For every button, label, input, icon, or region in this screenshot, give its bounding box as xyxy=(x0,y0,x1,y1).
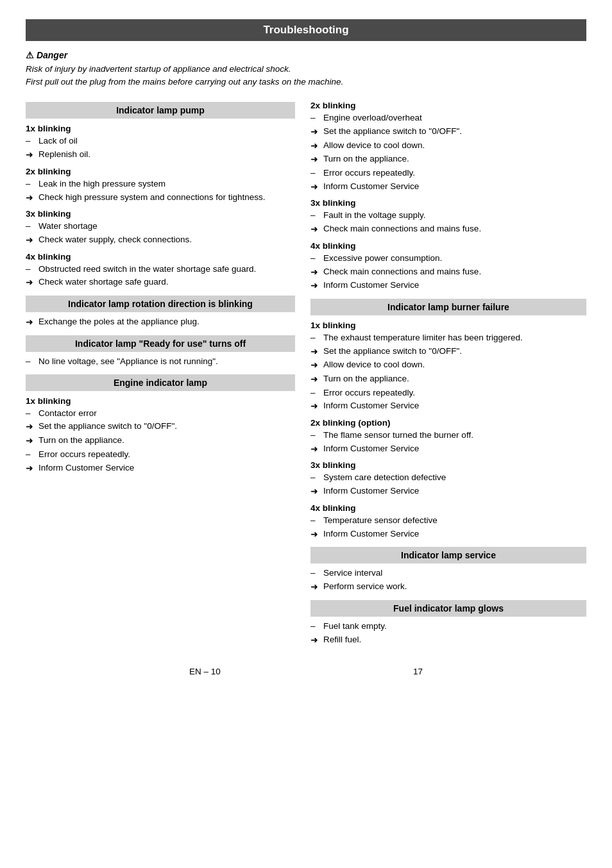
pump-3x-heading: 3x blinking xyxy=(26,209,295,219)
engine-4x-dash1: –Excessive power consumption. xyxy=(310,253,586,265)
engine-1x-arrow2: ➜Turn on the appliance. xyxy=(26,435,295,447)
pump-4x-arrow1: ➜Check water shortage safe guard. xyxy=(26,276,295,289)
engine-2x-dash1: –Engine overload/overheat xyxy=(310,112,586,124)
danger-heading: ⚠ Danger xyxy=(26,50,586,60)
burner-3x-arrow1: ➜Inform Customer Service xyxy=(310,485,586,498)
engine-4x-arrow1: ➜Check main connections and mains fuse. xyxy=(310,266,586,279)
engine-2x-arrow1: ➜Set the appliance switch to "0/OFF". xyxy=(310,126,586,138)
burner-1x-dash2: –Error occurs repeatedly. xyxy=(310,387,586,399)
burner-1x-dash1: –The exhaust temperature limiter has bee… xyxy=(310,332,586,344)
page-title: Troubleshooting xyxy=(26,19,586,41)
burner-1x-arrow3: ➜Turn on the appliance. xyxy=(310,373,586,386)
service-dash1: –Service interval xyxy=(310,567,586,580)
pump-1x-arrow1: ➜Replenish oil. xyxy=(26,149,295,162)
pump-header: Indicator lamp pump xyxy=(26,102,295,119)
engine-2x-heading: 2x blinking xyxy=(310,101,586,110)
burner-2x-arrow1: ➜Inform Customer Service xyxy=(310,443,586,456)
burner-3x-dash1: –System care detection defective xyxy=(310,472,586,484)
engine-2x-dash2: –Error occurs repeatedly. xyxy=(310,167,586,179)
pump-4x-dash1: –Obstructed reed switch in the water sho… xyxy=(26,263,295,276)
fuel-dash1: –Fuel tank empty. xyxy=(310,621,586,633)
footer-left: EN – 10 xyxy=(189,667,221,676)
pump-2x-arrow1: ➜Check high pressure system and connecti… xyxy=(26,192,295,204)
burner-4x-arrow1: ➜Inform Customer Service xyxy=(310,528,586,541)
burner-2x-heading: 2x blinking (option) xyxy=(310,418,586,428)
footer-right: 17 xyxy=(413,667,423,676)
engine-1x-dash1: –Contactor error xyxy=(26,408,295,420)
engine-4x-arrow2: ➜Inform Customer Service xyxy=(310,280,586,292)
burner-header: Indicator lamp burner failure xyxy=(310,299,586,315)
ready-dash1: –No line voltage, see "Appliance is not … xyxy=(26,356,295,368)
pump-2x-dash1: –Leak in the high pressure system xyxy=(26,178,295,190)
engine-3x-arrow1: ➜Check main connections and mains fuse. xyxy=(310,223,586,236)
pump-3x-dash1: –Water shortage xyxy=(26,221,295,233)
burner-2x-dash1: –The flame sensor turned the burner off. xyxy=(310,430,586,442)
pump-1x-dash1: –Lack of oil xyxy=(26,135,295,147)
rotation-arrow1: ➜Exchange the poles at the appliance plu… xyxy=(26,316,295,329)
pump-2x-heading: 2x blinking xyxy=(26,167,295,176)
burner-1x-arrow2: ➜Allow device to cool down. xyxy=(310,359,586,372)
danger-text1: Risk of injury by inadvertent startup of… xyxy=(26,63,586,76)
fuel-arrow1: ➜Refill fuel. xyxy=(310,634,586,647)
engine-1x-arrow1: ➜Set the appliance switch to "0/OFF". xyxy=(26,421,295,433)
engine-2x-arrow2: ➜Allow device to cool down. xyxy=(310,140,586,153)
engine-4x-heading: 4x blinking xyxy=(310,241,586,251)
rotation-header: Indicator lamp rotation direction is bli… xyxy=(26,296,295,312)
engine-3x-heading: 3x blinking xyxy=(310,198,586,208)
engine-2x-arrow4: ➜Inform Customer Service xyxy=(310,181,586,194)
danger-text2: First pull out the plug from the mains b… xyxy=(26,76,586,88)
burner-1x-arrow4: ➜Inform Customer Service xyxy=(310,400,586,413)
engine-1x-dash2: –Error occurs repeatedly. xyxy=(26,449,295,461)
engine-3x-dash1: –Fault in the voltage supply. xyxy=(310,210,586,222)
service-header: Indicator lamp service xyxy=(310,547,586,563)
burner-4x-dash1: –Temperature sensor defective xyxy=(310,515,586,527)
engine-header: Engine indicator lamp xyxy=(26,374,295,391)
engine-1x-heading: 1x blinking xyxy=(26,396,295,406)
burner-3x-heading: 3x blinking xyxy=(310,460,586,470)
fuel-header: Fuel indicator lamp glows xyxy=(310,600,586,617)
burner-1x-heading: 1x blinking xyxy=(310,321,586,330)
engine-2x-arrow3: ➜Turn on the appliance. xyxy=(310,153,586,166)
pump-1x-heading: 1x blinking xyxy=(26,124,295,133)
service-arrow1: ➜Perform service work. xyxy=(310,581,586,594)
ready-header: Indicator lamp "Ready for use" turns off xyxy=(26,335,295,352)
pump-3x-arrow1: ➜Check water supply, check connections. xyxy=(26,234,295,247)
burner-4x-heading: 4x blinking xyxy=(310,503,586,513)
engine-1x-arrow3: ➜Inform Customer Service xyxy=(26,462,295,475)
pump-4x-heading: 4x blinking xyxy=(26,252,295,262)
burner-1x-arrow1: ➜Set the appliance switch to "0/OFF". xyxy=(310,346,586,358)
